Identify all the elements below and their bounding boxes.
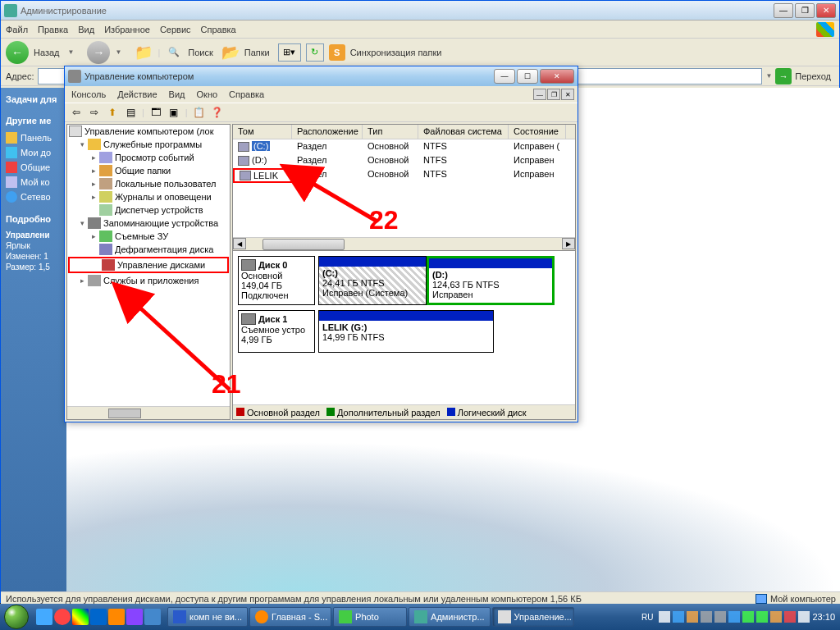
sync-icon[interactable]: S [329, 44, 345, 61]
tray-icon[interactable] [756, 611, 768, 623]
mdi-restore-button[interactable]: ❐ [547, 89, 560, 100]
task-admin[interactable]: Администр... [409, 607, 491, 627]
tree-diskmgmt[interactable]: ▸Управление дисками [68, 257, 229, 273]
mgmt-titlebar[interactable]: Управление компьютером — ☐ ✕ [65, 66, 578, 86]
refresh-button[interactable]: ↻ [306, 43, 324, 62]
volume-row-d[interactable]: (D:) Раздел Основной NTFS Исправен [233, 153, 575, 167]
task-mgmt[interactable]: Управление... [492, 607, 574, 627]
ql-word-icon[interactable] [90, 609, 107, 625]
task-word[interactable]: комп не ви... [167, 607, 248, 627]
views-button[interactable]: ⊞▾ [278, 43, 301, 62]
tb-help2-icon[interactable]: ❓ [211, 106, 224, 119]
tree-events[interactable]: ▸Просмотр событий [67, 151, 230, 164]
task-photo[interactable]: Photo [333, 607, 407, 627]
tray-icon[interactable] [784, 611, 796, 623]
menu-view[interactable]: Вид [78, 25, 94, 34]
volume-d[interactable]: (D:)124,63 ГБ NTFSИсправен [427, 256, 555, 305]
tray-icon[interactable] [659, 611, 670, 623]
col-status[interactable]: Состояние [509, 125, 566, 139]
ql-app2-icon[interactable] [126, 609, 143, 625]
scroll-right-button[interactable]: ▶ [562, 238, 575, 249]
back-dropdown-icon[interactable]: ▼ [68, 48, 75, 56]
col-fs[interactable]: Файловая система [418, 125, 509, 139]
task-firefox[interactable]: Главная - S... [249, 607, 331, 627]
tray-icon[interactable] [714, 611, 726, 623]
tray-icon[interactable] [742, 611, 754, 623]
nav-forward-button[interactable]: → [87, 41, 110, 64]
ql-ie-icon[interactable] [36, 609, 52, 625]
tb-help-icon[interactable]: 📋 [193, 106, 206, 119]
mgmt-menu-console[interactable]: Консоль [71, 89, 106, 99]
tray-icon[interactable] [701, 611, 712, 623]
close-button[interactable]: ✕ [816, 3, 836, 18]
expand-icon[interactable]: ▸ [90, 194, 98, 201]
expand-icon[interactable]: ▸ [90, 167, 98, 175]
tree-services[interactable]: ▸Службы и приложения [67, 274, 230, 287]
tray-icon[interactable] [687, 611, 698, 623]
ql-chrome-icon[interactable] [72, 609, 89, 625]
sidebar-item-mycomp[interactable]: Мой ко [6, 176, 62, 188]
scroll-left-button[interactable]: ◀ [233, 238, 246, 249]
fwd-dropdown-icon[interactable]: ▼ [115, 48, 121, 56]
volume-row-lelik[interactable]: LELIK Раздел Основной NTFS Исправен [233, 167, 575, 184]
tree-utilities[interactable]: ▾Служебные программы [67, 138, 230, 151]
menu-favorites[interactable]: Избранное [104, 25, 150, 34]
tb-up-icon[interactable]: ⬆ [106, 106, 119, 119]
ql-app1-icon[interactable] [108, 609, 125, 625]
tb-back-icon[interactable]: ⇦ [70, 106, 83, 119]
tree-users[interactable]: ▸Локальные пользовател [67, 177, 230, 190]
mgmt-close-button[interactable]: ✕ [540, 69, 574, 84]
sidebar-item-panel[interactable]: Панель [6, 132, 62, 144]
go-button[interactable]: → [775, 68, 792, 84]
ql-app3-icon[interactable] [144, 609, 161, 625]
tray-icon[interactable] [728, 611, 740, 623]
tray-icon[interactable] [770, 611, 782, 623]
expand-icon[interactable]: ▸ [90, 180, 98, 188]
scrollbar-thumb[interactable] [262, 239, 345, 250]
tree-storage[interactable]: ▾Запоминающие устройства [67, 217, 230, 230]
tray-icon[interactable] [798, 611, 810, 623]
tree-removable[interactable]: ▸Съемные ЗУ [67, 230, 230, 243]
tb-props-icon[interactable]: ▤ [124, 106, 137, 119]
clock[interactable]: 23:10 [812, 612, 835, 622]
tree-logs[interactable]: ▸Журналы и оповещени [67, 190, 230, 203]
expand-icon[interactable]: ▸ [79, 277, 86, 285]
tree-scrollbar[interactable] [67, 406, 230, 419]
mgmt-minimize-button[interactable]: — [494, 69, 515, 84]
expand-icon[interactable]: ▸ [90, 233, 98, 240]
menu-tools[interactable]: Сервис [160, 25, 191, 34]
search-button[interactable]: 🔍 [165, 43, 183, 62]
volume-scrollbar[interactable]: ◀▶ [233, 237, 575, 250]
ql-opera-icon[interactable] [54, 609, 71, 625]
mgmt-menu-view[interactable]: Вид [169, 89, 185, 99]
tree-devices[interactable]: ▸Диспетчер устройств [67, 203, 230, 217]
mgmt-menu-help[interactable]: Справка [229, 89, 264, 99]
mdi-minimize-button[interactable]: — [533, 89, 546, 100]
expand-icon[interactable]: ▸ [90, 154, 98, 162]
minimize-button[interactable]: — [774, 3, 793, 18]
search-label[interactable]: Поиск [188, 48, 212, 57]
collapse-icon[interactable]: ▾ [79, 220, 86, 227]
address-dropdown-icon[interactable]: ▼ [765, 72, 772, 80]
tree-shared[interactable]: ▸Общие папки [67, 164, 230, 177]
tb-forward-icon[interactable]: ⇨ [88, 106, 101, 119]
volume-row-c[interactable]: (C:) Раздел Основной NTFS Исправен ( [233, 139, 575, 153]
col-layout[interactable]: Расположение [292, 125, 363, 139]
nav-back-button[interactable]: ← [6, 41, 29, 64]
sidebar-item-mydocs[interactable]: Мои до [6, 147, 62, 158]
menu-edit[interactable]: Правка [38, 25, 68, 34]
scrollbar-thumb[interactable] [108, 409, 141, 418]
volume-g[interactable]: LELIK (G:)14,99 ГБ NTFS [318, 310, 494, 353]
folder-up-button[interactable]: 📁 [135, 43, 153, 62]
sidebar-item-shared[interactable]: Общие [6, 162, 62, 173]
maximize-button[interactable]: ❐ [795, 3, 815, 18]
mgmt-maximize-button[interactable]: ☐ [517, 69, 538, 84]
collapse-icon[interactable]: ▾ [79, 141, 86, 148]
folders-label[interactable]: Папки [244, 48, 270, 57]
mgmt-menu-action[interactable]: Действие [117, 89, 157, 99]
mgmt-menu-window[interactable]: Окно [197, 89, 218, 99]
col-volume[interactable]: Том [233, 125, 292, 139]
sidebar-item-network[interactable]: Сетево [6, 191, 62, 203]
go-label[interactable]: Переход [795, 71, 831, 81]
volume-c[interactable]: (C:)24,41 ГБ NTFSИсправен (Система) [318, 256, 427, 305]
